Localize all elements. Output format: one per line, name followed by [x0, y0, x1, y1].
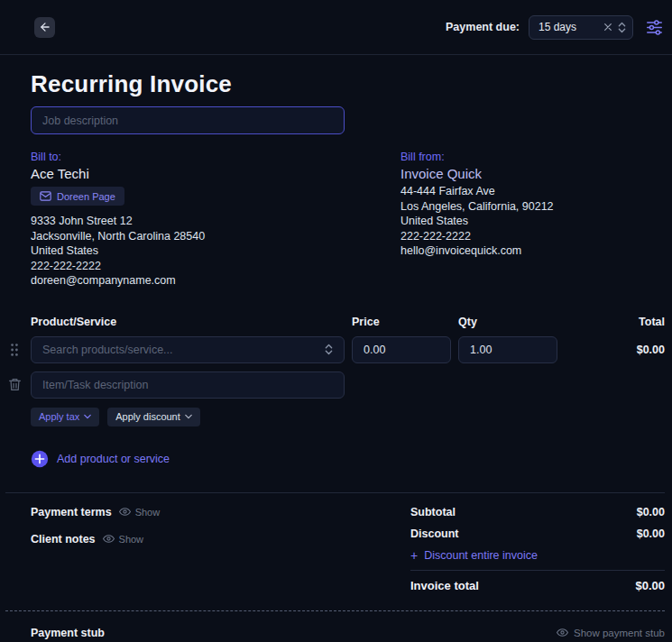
address-line: 222-222-2222 — [31, 259, 400, 274]
subtotal-value: $0.00 — [637, 506, 665, 518]
add-product-button[interactable]: Add product or service — [31, 450, 170, 468]
bill-from-name: Invoice Quick — [400, 166, 665, 181]
row-total: $0.00 — [565, 344, 665, 356]
eye-icon — [119, 506, 131, 518]
eye-icon — [103, 533, 115, 545]
sliders-icon — [646, 20, 663, 35]
payment-stub-divider — [5, 610, 665, 611]
address-line: Jacksonville, North Carolina 28540 — [31, 229, 400, 244]
line-items: Product/Service Price Qty Total Search p… — [5, 316, 665, 468]
bill-from-label: Bill from: — [400, 151, 665, 163]
discount-label: Discount — [410, 527, 458, 540]
invoice-form: Recurring Invoice Bill to: Ace Techi Dor… — [0, 70, 672, 639]
bill-from-section: Bill from: Invoice Quick 44-444 Fairfax … — [400, 151, 665, 289]
add-product-label: Add product or service — [57, 453, 170, 465]
chevron-down-icon — [84, 414, 91, 419]
envelope-icon — [40, 191, 51, 201]
col-total: Total — [565, 316, 665, 328]
product-select-placeholder: Search products/service... — [42, 344, 173, 356]
chevron-down-icon — [185, 414, 192, 419]
address-line: United States — [400, 214, 665, 229]
item-row: Search products/service... $0.00 — [5, 336, 665, 363]
payment-terms-row: Payment terms Show — [31, 505, 160, 519]
address-line: hello@invoicequick.com — [400, 243, 665, 259]
discount-entire-invoice-button[interactable]: + Discount entire invoice — [410, 548, 538, 563]
address-line: doreen@companyname.com — [31, 273, 400, 289]
back-button[interactable] — [34, 17, 55, 38]
payment-due-label: Payment due: — [446, 21, 520, 33]
clear-icon[interactable] — [603, 23, 612, 32]
summary-toggles: Payment terms Show Client notes S — [31, 505, 160, 592]
tax-discount-pills: Apply tax Apply discount — [31, 408, 665, 426]
payment-due-value: 15 days — [539, 21, 598, 33]
discount-entire-invoice-label: Discount entire invoice — [424, 549, 538, 562]
eye-icon — [557, 627, 568, 638]
subtotal-row: Subtotal $0.00 — [410, 505, 665, 519]
trash-icon[interactable] — [5, 378, 23, 391]
show-payment-stub-toggle[interactable]: Show payment stub — [557, 627, 665, 638]
invoice-total-value: $0.00 — [635, 579, 665, 592]
address-line: 44-444 Fairfax Ave — [400, 184, 665, 199]
plus-icon: + — [410, 548, 418, 563]
payment-terms-label: Payment terms — [31, 506, 112, 518]
address-line: Los Angeles, California, 90212 — [400, 199, 665, 215]
bill-to-section: Bill to: Ace Techi Doreen Page 9333 John… — [31, 151, 400, 289]
payment-terms-show-label: Show — [135, 507, 161, 518]
client-notes-show-toggle[interactable]: Show — [103, 533, 144, 545]
drag-handle-icon[interactable] — [5, 343, 23, 357]
item-description-row — [5, 371, 665, 399]
address-line: United States — [31, 243, 400, 259]
chevrons-up-down-icon — [325, 343, 333, 356]
payment-stub-label: Payment stub — [31, 627, 105, 639]
invoice-total-row: Invoice total $0.00 — [410, 579, 665, 592]
billing-sections: Bill to: Ace Techi Doreen Page 9333 John… — [31, 151, 665, 289]
arrow-left-icon — [39, 21, 51, 33]
col-price: Price — [352, 316, 451, 328]
address-line: 9333 John Street 12 — [31, 214, 400, 229]
job-description-input[interactable] — [31, 106, 345, 134]
client-notes-label: Client notes — [31, 533, 96, 546]
plus-circle-icon — [31, 450, 49, 468]
invoice-settings-button[interactable] — [646, 20, 663, 35]
recurring-invoice-page: Payment due: 15 days — [0, 0, 672, 642]
stepper-icon[interactable] — [618, 21, 626, 34]
totals-divider — [410, 570, 665, 571]
apply-discount-button[interactable]: Apply discount — [107, 408, 200, 426]
show-payment-stub-label: Show payment stub — [574, 628, 665, 638]
invoice-total-label: Invoice total — [410, 579, 479, 592]
bill-to-name: Ace Techi — [31, 166, 400, 181]
page-title: Recurring Invoice — [31, 70, 665, 98]
contact-chip[interactable]: Doreen Page — [31, 187, 124, 206]
item-description-input[interactable] — [31, 371, 345, 399]
product-select[interactable]: Search products/service... — [31, 336, 345, 363]
client-notes-show-label: Show — [119, 534, 144, 545]
bill-from-address: 44-444 Fairfax Ave Los Angeles, Californ… — [400, 184, 665, 259]
payment-terms-show-toggle[interactable]: Show — [119, 506, 161, 518]
price-input[interactable] — [352, 336, 451, 363]
qty-input[interactable] — [458, 336, 557, 363]
summary-section: Payment terms Show Client notes S — [5, 493, 665, 592]
address-line: 222-222-2222 — [400, 229, 665, 244]
col-qty: Qty — [458, 316, 557, 328]
payment-due-select[interactable]: 15 days — [529, 15, 633, 40]
payment-stub-section: Payment stub Show payment stub — [5, 627, 665, 639]
apply-tax-label: Apply tax — [39, 411, 79, 422]
apply-discount-label: Apply discount — [115, 411, 180, 422]
topbar: Payment due: 15 days — [0, 0, 672, 55]
totals-panel: Subtotal $0.00 Discount $0.00 + Discount… — [410, 505, 665, 592]
contact-chip-label: Doreen Page — [57, 191, 115, 202]
bill-to-address: 9333 John Street 12 Jacksonville, North … — [31, 214, 400, 289]
subtotal-label: Subtotal — [410, 506, 456, 518]
discount-value: $0.00 — [637, 527, 665, 540]
topbar-right: Payment due: 15 days — [446, 15, 663, 40]
col-product-service: Product/Service — [31, 316, 345, 328]
bill-to-label: Bill to: — [31, 151, 400, 163]
apply-tax-button[interactable]: Apply tax — [31, 408, 99, 426]
items-table-header: Product/Service Price Qty Total — [5, 316, 665, 328]
discount-row: Discount $0.00 — [410, 527, 665, 541]
client-notes-row: Client notes Show — [31, 532, 160, 546]
